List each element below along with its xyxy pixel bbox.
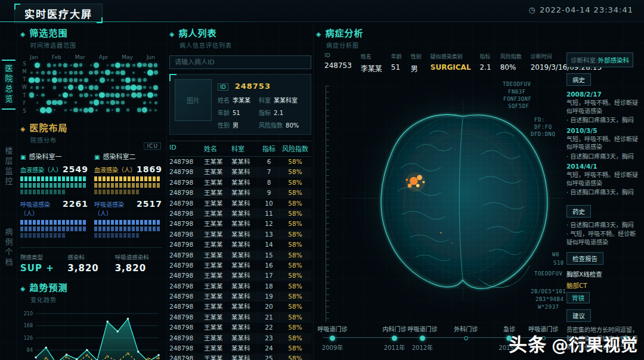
table-row[interactable]: 248798王某某某某科1058% — [169, 198, 311, 209]
calendar-day-label: M — [23, 69, 27, 75]
table-body: 248798王某某某某科658%248798王某某某某科758%248798王某… — [169, 157, 311, 360]
calendar-bubble — [70, 64, 72, 66]
calendar-bubble — [70, 109, 72, 111]
column-header[interactable]: 风险指数 — [279, 144, 311, 153]
metric-label: 血液感染（人） — [20, 165, 62, 174]
table-row[interactable]: 248798王某某某某科858% — [169, 178, 311, 188]
table-row[interactable]: 248798王某某某某科958% — [169, 188, 311, 198]
column-header[interactable]: 姓名 — [204, 144, 231, 153]
medication-entry: 气短，呼吸不畅。经诊断疑似呼吸道感染 — [566, 230, 640, 246]
calendar-bubble — [137, 85, 142, 91]
calendar-bubble — [143, 78, 147, 82]
table-row[interactable]: 248798王某某某某科1758% — [169, 271, 311, 281]
table-row[interactable]: 248798王某某某某科2458% — [169, 343, 311, 353]
table-row[interactable]: 248798王某某某某科1458% — [169, 240, 311, 250]
calendar-bubble — [47, 79, 50, 82]
diagnosis-dept-value: 外部感染科 — [598, 57, 630, 64]
table-row[interactable]: 248798王某某某某科1958% — [169, 291, 311, 302]
timeline-item[interactable]: 外科门诊 — [454, 324, 478, 343]
calendar-bubble — [137, 108, 141, 112]
table-row[interactable]: 248798王某某某某科1658% — [169, 260, 311, 271]
calendar-bubble — [52, 70, 57, 75]
calendar-bubble — [116, 86, 119, 89]
table-row[interactable]: 248798王某某某某科2558% — [169, 353, 311, 360]
calendar-bubble — [110, 93, 114, 97]
department-block: ▣感染科室一血液感染（人）2549呼吸道感染（人）2261 — [20, 149, 88, 243]
patient-card[interactable]: 图片 ID 248753 姓名李某某科室某某科室年龄51指标2.1性别男风险指数… — [169, 74, 311, 135]
calendar-bubble — [57, 100, 63, 105]
patient-card-details: ID 248753 姓名李某某科室某某科室年龄51指标2.1性别男风险指数80% — [218, 79, 306, 129]
calendar-bubble — [30, 86, 33, 89]
column-header[interactable]: ID — [169, 144, 204, 153]
annotation-label: FD: — [534, 117, 545, 123]
calendar-bubble — [75, 101, 78, 104]
timeline-item[interactable]: 呼吸道门诊2009年 — [318, 324, 348, 352]
summary-stat-label: 呼吸道感染科 — [115, 253, 162, 261]
table-row[interactable]: 248798王某某某某科1158% — [169, 209, 311, 219]
annotation-label: W*2937 — [538, 304, 559, 310]
sidebar-item-3[interactable]: 病例个档 — [2, 224, 16, 272]
table-row[interactable]: 248798王某某某某科2358% — [169, 333, 311, 343]
timeline-dot — [464, 336, 468, 340]
table-row[interactable]: 248798王某某某某科1258% — [169, 219, 311, 229]
patient-panel-title: ◈病人列表 — [169, 26, 311, 39]
section-medication-label[interactable]: 药史 — [566, 205, 591, 218]
department-icon: ▣ — [20, 154, 26, 160]
timeline-item[interactable]: 内科门诊2011年 — [383, 324, 407, 352]
calendar-bubble — [40, 107, 46, 113]
metric-bar — [20, 220, 88, 238]
calendar-bubble — [131, 92, 137, 98]
calendar-heatmap[interactable]: JanFebMarAprMayJun SMTWTFS — [20, 54, 162, 114]
column-header[interactable]: 科室 — [231, 144, 259, 153]
calendar-bubble — [74, 78, 78, 82]
calendar-bubble — [90, 94, 92, 97]
analysis-panel: ◈病症分析 病症分析图 ID248753姓名李某某年龄51性别男疑似感染类别SU… — [316, 26, 642, 358]
table-row[interactable]: 248798王某某某某科2158% — [169, 312, 311, 322]
patient-field: 指标2.1 — [259, 108, 306, 117]
calendar-bubble — [69, 71, 73, 75]
sidebar: 医院总览楼层监控病例个档 — [0, 26, 17, 360]
department-block: ▣感染科室二血液感染（人）1869呼吸道感染（人）2517 — [94, 149, 162, 243]
patient-id-row: ID 248753 — [218, 80, 306, 91]
history-entry: 2008/2/17气短，呼吸不畅。经诊断疑似呼吸道感染自述胸口疼痛3天，胸闷 — [566, 91, 640, 125]
timeline-item[interactable]: 呼吸道门诊2012年 — [407, 324, 437, 352]
report-item[interactable]: 胃镜 — [566, 292, 590, 303]
department-icon: ▣ — [94, 154, 100, 160]
table-row[interactable]: 248798王某某某某科1358% — [169, 229, 311, 240]
table-row[interactable]: 248798王某某某某科2258% — [169, 322, 311, 333]
section-advice-label[interactable]: 建议 — [566, 309, 591, 322]
diagnosis-dept-label: 诊断科室: — [571, 57, 598, 64]
section-history-label[interactable]: 病史 — [566, 73, 591, 86]
patient-field: 风险指数80% — [259, 120, 306, 129]
sidebar-item-1[interactable]: 医院总览 — [2, 60, 16, 110]
search-input[interactable] — [169, 55, 311, 69]
summary-stat-value: 3,820 — [115, 263, 162, 274]
table-row[interactable]: 248798王某某某某科758% — [169, 167, 311, 177]
patient-field: 姓名李某某 — [218, 95, 255, 104]
patient-field: 年龄51 — [218, 108, 255, 117]
report-items: 胸部X线检查脑部CT胃镜 — [566, 269, 640, 303]
patient-title-text: 病人列表 — [178, 28, 216, 39]
section-reports-label[interactable]: 检查报告 — [566, 252, 603, 265]
annotation-label: FONF3QNF — [503, 96, 531, 102]
table-row[interactable]: 248798王某某某某科1858% — [169, 281, 311, 291]
calendar-days: SMTWTFS — [20, 61, 29, 114]
summary-stat: 呼吸道感染科3,820 — [115, 253, 162, 274]
report-item[interactable]: 胸部X线检查 — [566, 269, 640, 278]
table-row[interactable]: 248798王某某某某科658% — [169, 157, 311, 167]
svg-text:210: 210 — [24, 311, 33, 316]
calendar-bubble — [132, 78, 135, 82]
calendar-bubble — [79, 108, 82, 111]
filter-title-text: 筛选范围 — [29, 28, 67, 39]
column-header[interactable]: 指标 — [259, 144, 279, 153]
table-row[interactable]: 248798王某某某某科2058% — [169, 302, 311, 312]
calendar-bubble — [94, 63, 99, 68]
calendar-bubble — [112, 109, 113, 111]
table-row[interactable]: 248798王某某某某科1558% — [169, 250, 311, 260]
report-item[interactable]: 脑部CT — [566, 281, 640, 290]
sidebar-item-2[interactable]: 楼层监控 — [2, 143, 16, 191]
metric-bar — [20, 176, 88, 194]
calendar-bubble — [75, 86, 77, 88]
annotation-label: FN03F — [508, 89, 526, 95]
metric-value: 2261 — [63, 199, 88, 209]
